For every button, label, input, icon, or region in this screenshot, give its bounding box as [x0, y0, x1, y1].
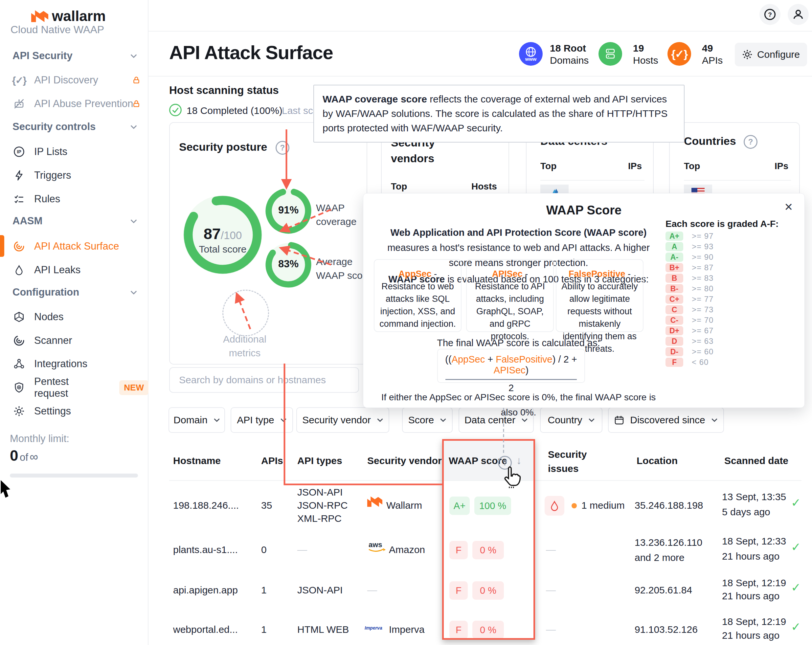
- table-row[interactable]: api.apigen.app 1 JSON-API — F 0 % — 92.2…: [0, 572, 812, 611]
- chevron-down-icon: [130, 290, 137, 294]
- sidebar-item-integrations[interactable]: Integrations: [0, 353, 148, 374]
- panel-title-text: Security posture: [179, 140, 267, 153]
- hostname-cell[interactable]: plants.au-s1....: [173, 544, 238, 555]
- filter-security-vendor[interactable]: Security vendor: [296, 407, 389, 433]
- issues-empty: —: [546, 544, 556, 555]
- grade-row: A+>= 97: [665, 232, 713, 241]
- question-icon[interactable]: ?: [744, 135, 757, 149]
- issues-empty: —: [546, 585, 556, 596]
- chevron-down-icon: [130, 54, 137, 58]
- formula-appsec: AppSec: [452, 354, 485, 364]
- grade-badge: B-: [665, 284, 683, 293]
- close-icon[interactable]: ×: [785, 200, 793, 214]
- user-account-button[interactable]: [788, 4, 809, 25]
- sidebar-item-label: IP Lists: [34, 146, 67, 158]
- api-type: HTML WEB: [297, 624, 349, 635]
- sidebar-item-triggers[interactable]: Triggers: [0, 165, 148, 186]
- col-security-vendor[interactable]: Security vendor: [367, 455, 442, 467]
- infinity-symbol: ∞: [29, 450, 38, 464]
- integrations-nodes-icon: [12, 357, 26, 371]
- help-button[interactable]: ?: [759, 4, 780, 25]
- search-input[interactable]: [169, 367, 359, 393]
- hostname-cell[interactable]: api.apigen.app: [173, 585, 238, 596]
- sidebar-item-api-leaks[interactable]: API Leaks: [0, 259, 148, 281]
- waap-score-help-icon[interactable]: ?: [498, 456, 512, 470]
- sidebar-section-api-security[interactable]: API Security: [12, 50, 137, 62]
- additional-metrics-circle[interactable]: [222, 290, 269, 336]
- location-more[interactable]: and 2 more: [635, 552, 685, 563]
- sidebar-item-api-discovery[interactable]: {✓} API Discovery: [0, 70, 148, 91]
- grades-title: Each score is graded A-F:: [665, 219, 778, 229]
- sidebar-section-aasm[interactable]: AASM: [12, 215, 137, 227]
- sidebar-item-nodes[interactable]: Nodes: [0, 306, 148, 328]
- api-type: JSON-API: [297, 487, 343, 498]
- monthly-limit-value: 0 of ∞: [10, 447, 38, 464]
- api-type: JSON-API: [297, 585, 343, 596]
- col-security-issues[interactable]: Security issues: [548, 447, 597, 476]
- grade-row: D+>= 67: [665, 326, 713, 335]
- col-api-types[interactable]: API types: [297, 455, 342, 467]
- col-location[interactable]: Location: [636, 455, 678, 467]
- sidebar-item-pentest-request[interactable]: Pentest request NEW: [0, 377, 148, 398]
- root-domains-stat: 18 Root Domains: [550, 42, 589, 66]
- col-hostname[interactable]: Hostname: [173, 455, 221, 467]
- formula-part: ) / 2 +: [553, 354, 577, 364]
- sidebar-item-scanner[interactable]: Scanner: [0, 330, 148, 351]
- security-issue-drop-icon[interactable]: [545, 496, 564, 515]
- filter-api-type[interactable]: API type: [230, 407, 293, 433]
- formula-caption: The final WAAP score is calculated as:: [377, 335, 661, 351]
- brand-name: wallarm: [52, 8, 106, 24]
- sidebar-item-api-attack-surface[interactable]: API Attack Surface: [0, 236, 148, 257]
- sidebar-section-security-controls[interactable]: Security controls: [12, 121, 137, 133]
- shield-icon: [12, 381, 26, 394]
- filter-label: Security vendor: [302, 415, 371, 425]
- grade-row: C>= 73: [665, 305, 713, 314]
- additional-metrics-label: Additional metrics: [215, 332, 274, 360]
- table-row[interactable]: webportal.ed... 1 HTML WEB Imperva Imper…: [0, 611, 812, 645]
- sidebar-section-configuration[interactable]: Configuration: [12, 287, 137, 298]
- apisec-card: APISec - Resistance to API attacks, incl…: [466, 259, 554, 332]
- scanned-ago: 21 hours ago: [722, 630, 780, 641]
- filter-domain[interactable]: Domain: [168, 407, 225, 433]
- total-score-label: Total score: [179, 244, 267, 255]
- col-apis[interactable]: APIs: [261, 455, 283, 467]
- hostname-cell[interactable]: 198.188.246....: [173, 500, 239, 511]
- apis-stat: 49 APIs: [702, 42, 723, 66]
- stat-label: Hosts: [633, 55, 658, 66]
- filter-label: Domain: [174, 415, 207, 425]
- host-scanning-status-heading: Host scanning status: [169, 84, 279, 96]
- attack-surface-spiral-icon: [12, 240, 26, 253]
- table-row[interactable]: 198.188.246.... 35 JSON-API JSON-RPC XML…: [0, 483, 812, 531]
- waap-grade-badge: F: [449, 621, 468, 639]
- scanner-spiral-icon: [12, 334, 26, 347]
- scan-completed-text: 18 Completed (100%): [186, 105, 282, 116]
- scanned-ago: 21 hours ago: [722, 551, 780, 562]
- server-stack-icon: [603, 47, 618, 61]
- sidebar-item-api-abuse-prevention[interactable]: API Abuse Prevention: [0, 93, 148, 114]
- grade-range: >= 83: [692, 274, 713, 283]
- table-row[interactable]: plants.au-s1.... 0 — aws Amazon F 0 % — …: [0, 531, 812, 572]
- sort-desc-icon[interactable]: ↓: [516, 454, 522, 467]
- grade-badge: D: [665, 337, 683, 346]
- sidebar-item-label: Pentest request: [34, 376, 105, 400]
- grade-row: C+>= 77: [665, 294, 713, 304]
- monthly-limit-progressbar: [10, 474, 138, 477]
- waap-formula-box: ((AppSec + FalsePositive) / 2 + APISec) …: [437, 349, 585, 383]
- col-scanned-date[interactable]: Scanned date: [724, 455, 788, 467]
- question-icon[interactable]: ?: [276, 141, 289, 155]
- hostname-cell[interactable]: webportal.ed...: [173, 624, 238, 635]
- grade-range: >= 60: [692, 347, 713, 356]
- sidebar-item-settings[interactable]: Settings: [0, 401, 148, 422]
- sidebar-item-label: API Discovery: [34, 74, 98, 86]
- formula-falsepositive: FalsePositive: [496, 354, 552, 364]
- panel-title-text: Countries: [684, 135, 736, 147]
- user-icon: [792, 8, 804, 21]
- sidebar-item-ip-lists[interactable]: IP IP Lists: [0, 141, 148, 162]
- category-desc: - Resistance to API attacks, including G…: [475, 269, 545, 341]
- configure-button[interactable]: Configure: [735, 43, 807, 66]
- sidebar-item-rules[interactable]: Rules: [0, 189, 148, 209]
- robot-slash-icon: [12, 97, 26, 110]
- braces-check-icon: {✓}: [672, 47, 687, 60]
- grade-row: D->= 60: [665, 347, 713, 356]
- stat-value: 18 Root: [550, 43, 586, 53]
